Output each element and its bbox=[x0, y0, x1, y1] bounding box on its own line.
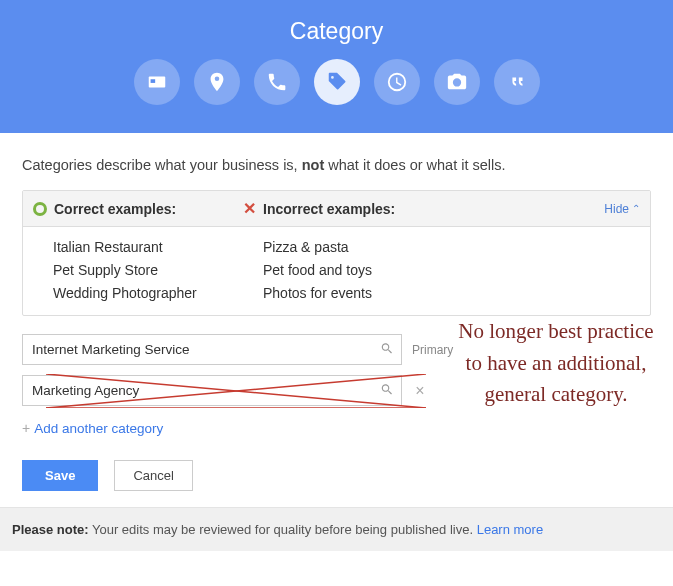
cancel-button[interactable]: Cancel bbox=[114, 460, 192, 491]
list-item: Pizza & pasta bbox=[263, 239, 640, 255]
content: Categories describe what your business i… bbox=[0, 133, 673, 507]
nav-phone-icon[interactable] bbox=[254, 59, 300, 105]
correct-heading-text: Correct examples: bbox=[54, 201, 176, 217]
add-category-label: Add another category bbox=[34, 421, 163, 436]
incorrect-list: Pizza & pasta Pet food and toys Photos f… bbox=[243, 239, 640, 301]
search-icon[interactable] bbox=[380, 341, 394, 358]
examples-box: Correct examples: ✕ Incorrect examples: … bbox=[22, 190, 651, 316]
desc-bold: not bbox=[302, 157, 325, 173]
ok-icon bbox=[33, 202, 47, 216]
nav-quote-icon[interactable] bbox=[494, 59, 540, 105]
hide-label: Hide bbox=[604, 202, 629, 216]
learn-more-link[interactable]: Learn more bbox=[477, 522, 543, 537]
incorrect-heading: ✕ Incorrect examples: bbox=[243, 199, 604, 218]
add-category-link[interactable]: + Add another category bbox=[22, 420, 163, 436]
section-nav bbox=[0, 59, 673, 105]
incorrect-heading-text: Incorrect examples: bbox=[263, 201, 395, 217]
header: Category bbox=[0, 0, 673, 133]
list-item: Pet Supply Store bbox=[53, 262, 243, 278]
primary-category-input[interactable] bbox=[22, 334, 402, 365]
list-item: Wedding Photographer bbox=[53, 285, 243, 301]
footer-text: Your edits may be reviewed for quality b… bbox=[89, 522, 477, 537]
save-button[interactable]: Save bbox=[22, 460, 98, 491]
correct-heading: Correct examples: bbox=[33, 201, 243, 217]
remove-category-button[interactable]: × bbox=[412, 382, 428, 400]
examples-body: Italian Restaurant Pet Supply Store Wedd… bbox=[23, 227, 650, 315]
chevron-up-icon: ⌃ bbox=[632, 203, 640, 214]
list-item: Pet food and toys bbox=[263, 262, 640, 278]
description-text: Categories describe what your business i… bbox=[22, 155, 651, 176]
page-title: Category bbox=[0, 18, 673, 45]
list-item: Photos for events bbox=[263, 285, 640, 301]
annotation-text: No longer best practice to have an addit… bbox=[451, 316, 661, 411]
plus-icon: + bbox=[22, 420, 30, 436]
svg-rect-1 bbox=[150, 79, 155, 83]
nav-id-card-icon[interactable] bbox=[134, 59, 180, 105]
x-icon: ✕ bbox=[243, 199, 256, 218]
hide-toggle[interactable]: Hide ⌃ bbox=[604, 202, 640, 216]
list-item: Italian Restaurant bbox=[53, 239, 243, 255]
button-row: Save Cancel bbox=[22, 460, 651, 491]
nav-location-icon[interactable] bbox=[194, 59, 240, 105]
footer-note: Please note: Your edits may be reviewed … bbox=[0, 507, 673, 551]
footer-label: Please note: bbox=[12, 522, 89, 537]
desc-pre: Categories describe what your business i… bbox=[22, 157, 302, 173]
category-inputs: Primary × No longer best practice to hav… bbox=[22, 334, 651, 491]
correct-list: Italian Restaurant Pet Supply Store Wedd… bbox=[33, 239, 243, 301]
nav-clock-icon[interactable] bbox=[374, 59, 420, 105]
primary-label: Primary bbox=[412, 343, 453, 357]
secondary-category-input[interactable] bbox=[22, 375, 402, 406]
nav-camera-icon[interactable] bbox=[434, 59, 480, 105]
nav-tag-icon[interactable] bbox=[314, 59, 360, 105]
desc-post: what it does or what it sells. bbox=[324, 157, 505, 173]
search-icon[interactable] bbox=[380, 382, 394, 399]
examples-header: Correct examples: ✕ Incorrect examples: … bbox=[23, 191, 650, 227]
